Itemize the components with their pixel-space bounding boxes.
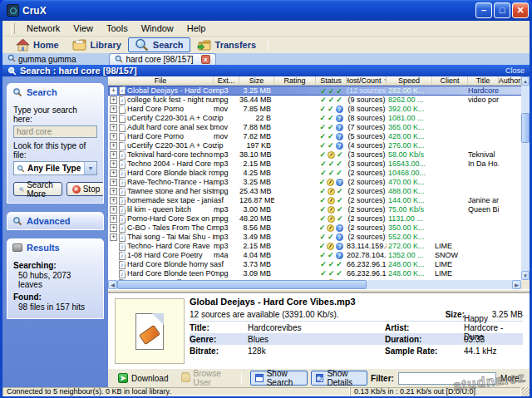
table-row[interactable]: 1-08 Hard Core Poetrym4a4.04 MB✓✓?202.78… xyxy=(108,251,521,260)
column-header-size[interactable]: Size xyxy=(239,76,274,85)
column-header-status[interactable]: Status xyxy=(316,76,347,85)
search-tab[interactable]: gumma gumma xyxy=(2,53,81,65)
panel-close-link[interactable]: Close xyxy=(505,66,525,75)
expand-icon[interactable] xyxy=(110,206,117,214)
vertical-scrollbar[interactable]: ▲ ▼ xyxy=(521,76,530,280)
expand-icon[interactable] xyxy=(110,124,117,131)
table-row[interactable]: C-BO - Tales From The Crypt - 0...mp38.5… xyxy=(108,224,521,233)
toolbar-separator xyxy=(268,39,268,51)
expand-icon[interactable] xyxy=(110,215,117,223)
search-panel-header[interactable]: Search xyxy=(7,84,103,101)
menu-item-help[interactable]: Help xyxy=(180,22,213,35)
expand-icon[interactable] xyxy=(110,197,117,204)
expand-icon[interactable] xyxy=(110,96,117,104)
column-header-rating[interactable]: Rating xyxy=(274,76,316,85)
details-pane: Global Deejays - Hard Core Vibes.mp3 12 … xyxy=(108,292,530,368)
menu-item-window[interactable]: Window xyxy=(135,22,180,35)
table-row[interactable]: Tawnee stone and her sister - H...mpg25.… xyxy=(108,187,521,196)
search-tab[interactable]: hard core [98/157]x xyxy=(109,53,215,65)
column-header-client[interactable]: Client xyxy=(432,76,468,85)
expand-icon[interactable] xyxy=(110,233,117,241)
expand-icon[interactable] xyxy=(110,142,117,150)
close-button[interactable]: ✕ xyxy=(512,2,529,18)
transfers-toolbar-button[interactable]: Transfers xyxy=(190,37,264,52)
maximize-button[interactable]: □ xyxy=(494,2,510,18)
table-row[interactable]: Hard Core Blonde black round b...mpg4.25… xyxy=(108,169,521,178)
expand-icon[interactable] xyxy=(110,188,117,195)
filetype-dropdown[interactable]: Any File Type ▼ xyxy=(13,161,97,175)
table-row[interactable]: Hard Core Pornomov7.85 MB✓✓?(8 sources)3… xyxy=(108,105,521,114)
menu-item-network[interactable]: Network xyxy=(20,22,66,35)
table-row[interactable]: Hard Core Blonde horny slut de...asf3.73… xyxy=(108,260,521,269)
status-check-icon: ✓ xyxy=(336,260,342,269)
status-bar: Connected to 5 neighbour(s). 0 KB in loc… xyxy=(2,387,530,396)
table-row[interactable]: college fuck fest - night nurses -...mpg… xyxy=(108,96,521,105)
show-details-button[interactable]: Show Details xyxy=(311,371,367,386)
table-row[interactable]: Teknival hard-core techno by O...mp338.1… xyxy=(108,150,521,160)
scroll-down-arrow[interactable]: ▼ xyxy=(521,271,530,280)
chevron-down-icon[interactable]: ▼ xyxy=(84,162,96,174)
column-header-ext[interactable]: Ext... xyxy=(214,76,239,85)
filter-more-link[interactable]: More... xyxy=(500,374,526,383)
search-more-button[interactable]: Search More xyxy=(13,182,62,196)
tab-close-icon[interactable]: x xyxy=(201,55,210,64)
scroll-right-arrow[interactable]: ▶ xyxy=(512,280,521,289)
status-check-icon: ✓ xyxy=(328,141,334,150)
expand-icon[interactable] xyxy=(110,115,117,122)
table-row[interactable]: uCertify C220-301 A + Core Ha...zip22 B✓… xyxy=(108,114,521,123)
table-row[interactable]: Global Deejays - Hard Core Vibesmp33.25 … xyxy=(108,86,521,96)
expand-icon[interactable] xyxy=(110,151,117,159)
results-panel-header[interactable]: Results xyxy=(7,239,103,256)
title-bar[interactable]: CruX – □ ✕ xyxy=(0,0,532,21)
status-check-icon: ✓ xyxy=(336,160,342,169)
table-row[interactable]: Porno-Hard Core Sex on pool t...mpg48.20… xyxy=(108,214,521,224)
download-label: Download xyxy=(131,374,168,383)
table-row[interactable]: uCertify C220-301 A + Core Ha...zip197 K… xyxy=(108,141,521,150)
expand-icon[interactable] xyxy=(110,160,117,168)
column-header-author[interactable]: Author xyxy=(499,76,521,85)
stop-button[interactable]: ✕ Stop xyxy=(66,182,104,196)
expand-icon[interactable] xyxy=(110,170,117,177)
menu-item-view[interactable]: View xyxy=(66,22,100,35)
menu-item-tools[interactable]: Tools xyxy=(100,22,135,35)
table-row[interactable]: Hard Core Blonde teen POV 's P...mpg3.09… xyxy=(108,269,521,278)
table-row[interactable]: Hard Core Pornomov7.82 MB✓✓?(5 sources)4… xyxy=(108,132,521,141)
expand-icon[interactable] xyxy=(110,106,117,113)
vertical-scroll-thumb[interactable] xyxy=(521,113,530,143)
advanced-panel-header[interactable]: Advanced xyxy=(7,213,103,229)
horizontal-scroll-thumb[interactable] xyxy=(117,280,367,289)
browse-user-button[interactable]: Browse User xyxy=(176,371,233,386)
minimize-button[interactable]: – xyxy=(475,2,492,18)
table-row[interactable]: homemade sex tape - janine lin...asf126.… xyxy=(108,196,521,205)
expand-icon[interactable] xyxy=(110,224,117,232)
table-row[interactable]: Techno 2004 - Hard Core Ravemp32.15 MB✓✓… xyxy=(108,160,521,169)
filetype-value: Any File Type xyxy=(27,164,81,173)
scroll-up-arrow[interactable]: ▲ xyxy=(521,76,530,86)
search-toolbar-button[interactable]: Search xyxy=(128,37,190,52)
expand-icon[interactable] xyxy=(110,179,117,186)
table-row[interactable]: Rave-Techno-Trance - Happy H...mp33.25 M… xyxy=(108,178,521,187)
scroll-left-arrow[interactable]: ◀ xyxy=(108,280,117,289)
resize-grip[interactable] xyxy=(521,387,530,396)
expand-icon[interactable] xyxy=(110,87,117,95)
status-check-icon: ✓ xyxy=(328,123,334,132)
table-row[interactable]: Techno- Hard Core Ravemp32.15 MB✓?83.114… xyxy=(108,242,521,251)
table-row[interactable]: lil kim - queen bitchmp33.00 MB✓✓(2 sour… xyxy=(108,205,521,214)
expand-icon[interactable] xyxy=(110,133,117,140)
status-check-icon: ✓ xyxy=(336,269,342,278)
table-row[interactable]: Adult hard core anal sex blowmov7.88 MB✓… xyxy=(108,123,521,132)
library-toolbar-button[interactable]: Library xyxy=(66,37,128,52)
table-row[interactable]: Thai song - Tai Mai Shu - Hard C...mp33.… xyxy=(108,233,521,242)
status-question-icon: ? xyxy=(336,124,343,131)
filter-input[interactable] xyxy=(398,372,496,385)
filter-label: Filter: xyxy=(371,374,394,383)
download-button[interactable]: ➤ Download xyxy=(113,371,173,386)
column-header-hostcount[interactable]: Host/Count xyxy=(347,76,387,85)
column-header-title[interactable]: Title xyxy=(468,76,499,85)
column-header-speed[interactable]: Speed xyxy=(387,76,432,85)
home-toolbar-button[interactable]: Home xyxy=(9,37,66,52)
search-input[interactable] xyxy=(13,125,97,138)
horizontal-scrollbar[interactable]: ◀ ▶ xyxy=(108,280,521,289)
column-header-file[interactable]: File xyxy=(108,76,214,85)
show-search-button[interactable]: Show Search xyxy=(250,371,308,386)
